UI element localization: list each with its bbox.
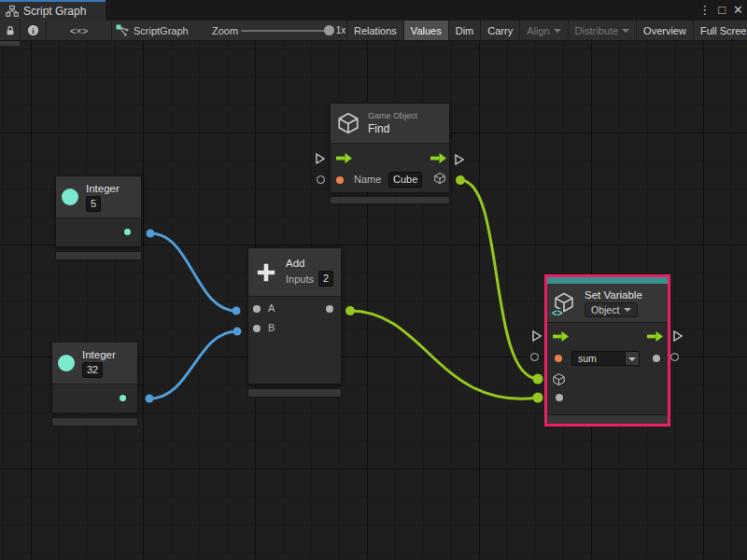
integer-value-field[interactable]: 32	[82, 362, 103, 378]
zoom-value: 1x	[334, 21, 347, 40]
flow-input-triangle[interactable]	[316, 153, 325, 164]
name-label: Name	[354, 174, 381, 185]
tab-bar: Script Graph ⋮ □ ✕	[0, 0, 747, 21]
zoom-slider-track[interactable]	[241, 30, 327, 32]
find-name-field[interactable]: Cube	[388, 172, 422, 188]
wire-integer5-to-add-a[interactable]	[150, 233, 236, 311]
info-button[interactable]: i	[21, 21, 46, 40]
wire-add-to-setvariable-value[interactable]	[350, 311, 538, 399]
zoom-label: Zoom	[209, 21, 241, 40]
add-output-port[interactable]	[326, 305, 333, 313]
add-input-a-port[interactable]	[253, 305, 261, 313]
wire-end-dot	[533, 374, 543, 385]
node-title: Find	[368, 122, 417, 135]
node-footer	[247, 388, 342, 398]
node-footer	[55, 251, 142, 260]
node-title: Add	[286, 258, 333, 269]
selection-highlight: <> Set Variable Object	[544, 274, 670, 427]
dim-button[interactable]: Dim	[448, 21, 481, 40]
object-target-port-icon[interactable]	[552, 372, 566, 386]
wire-end-dot	[233, 307, 241, 315]
node-title: Integer	[82, 349, 116, 360]
integer-value-field[interactable]: 5	[86, 196, 101, 212]
port-a-label: A	[268, 302, 275, 314]
variable-output-port[interactable]	[653, 355, 660, 362]
node-title: Integer	[86, 183, 120, 194]
scriptgraph-icon	[116, 24, 129, 36]
zoom-slider-handle[interactable]	[324, 25, 334, 35]
port-b-label: B	[268, 322, 275, 333]
chevron-down-icon	[622, 29, 629, 33]
variable-scope-dropdown[interactable]: Object	[585, 302, 638, 317]
gameobject-output-port-icon[interactable]	[433, 172, 446, 185]
toolbar: i <×> ScriptGraph Zoom 1x Relations Valu…	[0, 21, 747, 41]
code-badge-icon: <>	[552, 309, 563, 318]
find-name-input-port[interactable]	[336, 176, 344, 184]
node-title: Set Variable	[585, 289, 642, 301]
flow-input-arrow[interactable]	[336, 153, 352, 163]
flow-input-triangle[interactable]	[532, 330, 542, 342]
inputs-count-field[interactable]: 2	[318, 271, 333, 287]
integer-literal-icon	[62, 189, 78, 205]
info-icon: i	[27, 24, 39, 36]
flow-output-arrow[interactable]	[647, 331, 663, 342]
chevron-down-icon	[624, 308, 631, 312]
node-category: Game Object	[368, 111, 417, 120]
node-integer-2[interactable]: Integer 32	[51, 342, 138, 413]
code-view-button[interactable]: <×>	[47, 21, 111, 40]
wire-find-to-setvariable-object[interactable]	[460, 180, 538, 379]
flow-output-arrow[interactable]	[430, 153, 446, 163]
node-footer	[547, 414, 668, 424]
wire-integer32-to-add-b[interactable]	[149, 331, 237, 399]
relations-button[interactable]: Relations	[346, 21, 403, 40]
add-input-b-port[interactable]	[253, 325, 261, 332]
variable-kind-strip	[547, 277, 668, 284]
lock-icon	[5, 25, 16, 36]
distribute-button[interactable]: Distribute	[568, 21, 636, 40]
graph-canvas[interactable]: Integer 5 Integer 32	[0, 41, 747, 560]
flow-output-triangle[interactable]	[673, 330, 683, 342]
wire-end-dot	[146, 395, 154, 403]
scriptgraph-breadcrumb[interactable]: ScriptGraph	[112, 21, 202, 40]
window-menu-icon[interactable]: ⋮	[698, 0, 711, 21]
maximize-icon[interactable]: □	[718, 0, 726, 21]
canvas-corner-stub	[0, 41, 20, 46]
node-set-variable[interactable]: <> Set Variable Object	[547, 277, 668, 424]
script-graph-window: Script Graph ⋮ □ ✕ i <×>	[0, 0, 747, 560]
code-view-icon: <×>	[70, 25, 88, 36]
toolbar-buttons: Relations Values Dim Carry Align Distrib…	[346, 21, 747, 40]
overview-button[interactable]: Overview	[636, 21, 693, 40]
flow-output-triangle[interactable]	[455, 154, 464, 165]
align-button[interactable]: Align	[519, 21, 567, 40]
node-gameobject-find[interactable]: Game Object Find Name Cube	[330, 103, 450, 192]
wire-end-dot	[345, 306, 355, 315]
lock-button[interactable]	[0, 21, 20, 40]
close-icon[interactable]: ✕	[733, 0, 743, 21]
node-footer	[330, 196, 450, 204]
variable-name-outer-port[interactable]	[530, 353, 539, 361]
variable-name-dropdown[interactable]: sum	[571, 351, 640, 366]
integer-output-port[interactable]	[124, 229, 131, 235]
find-name-outer-port[interactable]	[317, 175, 325, 184]
node-add[interactable]: Add Inputs 2 A B	[247, 247, 342, 385]
inputs-label: Inputs	[286, 273, 314, 285]
wire-end-dot	[456, 175, 465, 185]
wire-end-dot	[233, 328, 242, 336]
wire-end-dot	[533, 393, 543, 403]
values-button[interactable]: Values	[403, 21, 448, 40]
chevron-down-icon	[628, 357, 636, 361]
tab-title: Script Graph	[23, 5, 86, 18]
integer-literal-icon	[58, 355, 75, 371]
integer-output-port[interactable]	[120, 395, 126, 401]
tab-script-graph[interactable]: Script Graph	[0, 0, 106, 21]
variable-output-outer-port[interactable]	[670, 353, 679, 361]
graph-name-label: ScriptGraph	[134, 25, 189, 36]
wire-end-dot	[147, 230, 155, 238]
carry-button[interactable]: Carry	[480, 21, 519, 40]
graph-hierarchy-icon	[6, 5, 19, 18]
flow-input-arrow[interactable]	[553, 331, 569, 342]
value-input-port[interactable]	[556, 394, 563, 401]
fullscreen-button[interactable]: Full Screen	[693, 21, 747, 40]
node-integer-1[interactable]: Integer 5	[55, 175, 142, 247]
variable-name-input-port[interactable]	[555, 355, 562, 362]
